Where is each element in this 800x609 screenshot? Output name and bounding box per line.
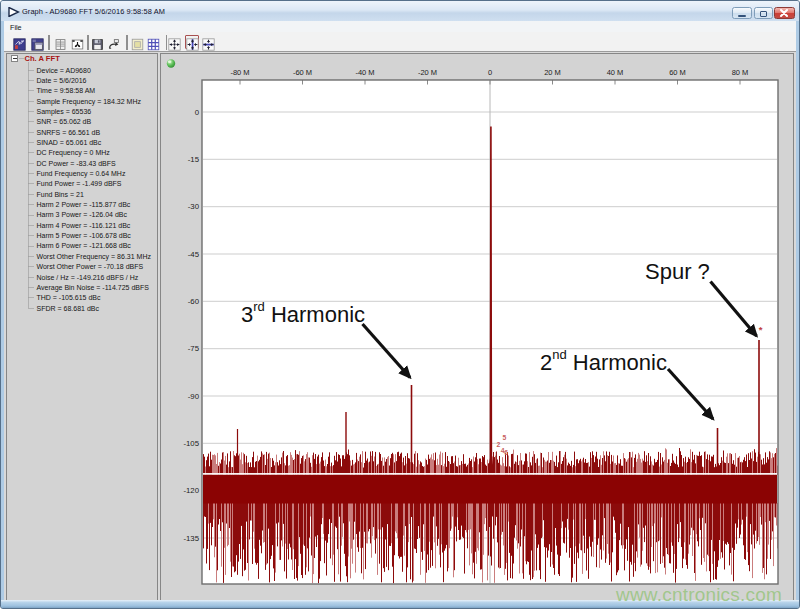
- svg-text:0: 0: [488, 68, 492, 77]
- svg-text:-15: -15: [188, 155, 200, 164]
- svg-text:-40 M: -40 M: [355, 68, 374, 77]
- svg-text:-30: -30: [188, 202, 200, 211]
- svg-text:-20 M: -20 M: [418, 68, 437, 77]
- svg-text:-135: -135: [183, 534, 199, 543]
- svg-text:0: 0: [195, 108, 200, 117]
- svg-text:60 M: 60 M: [669, 68, 686, 77]
- svg-text:-80 M: -80 M: [230, 68, 249, 77]
- svg-text:20 M: 20 M: [544, 68, 561, 77]
- svg-text:80 M: 80 M: [732, 68, 749, 77]
- svg-text:40 M: 40 M: [607, 68, 624, 77]
- svg-text:-60: -60: [188, 297, 200, 306]
- svg-text:-45: -45: [188, 250, 200, 259]
- svg-text:-75: -75: [188, 344, 200, 353]
- svg-text:Spur ?: Spur ?: [645, 259, 710, 284]
- svg-text:-90: -90: [188, 392, 200, 401]
- svg-text:6: 6: [504, 449, 508, 456]
- svg-text:-105: -105: [183, 439, 199, 448]
- svg-text:-60 M: -60 M: [293, 68, 312, 77]
- svg-text:*: *: [759, 324, 763, 335]
- svg-text:5: 5: [503, 434, 507, 441]
- svg-text:-120: -120: [183, 486, 199, 495]
